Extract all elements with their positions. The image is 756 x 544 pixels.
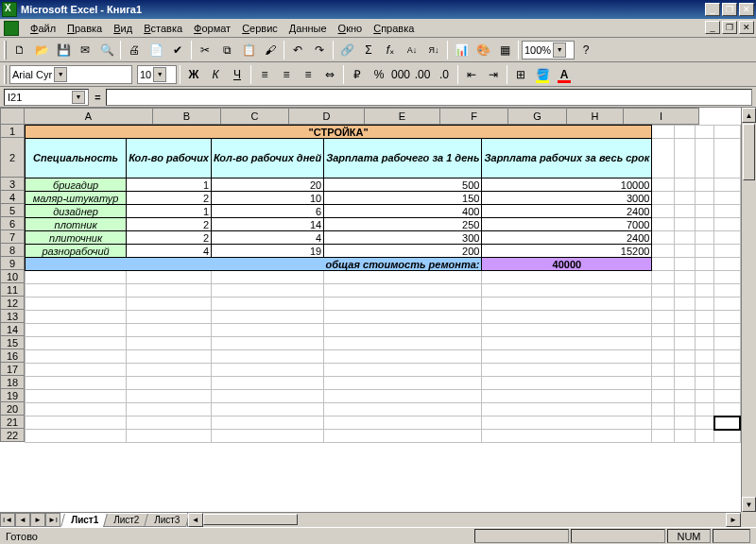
mail-icon[interactable]: ✉	[75, 40, 95, 60]
menu-сервис[interactable]: Сервис	[236, 21, 284, 36]
row-header-2[interactable]: 2	[0, 138, 25, 178]
spellcheck-icon[interactable]: ✔	[167, 40, 188, 60]
chevron-down-icon[interactable]: ▼	[553, 42, 566, 58]
data-cell[interactable]: 15200	[482, 245, 652, 258]
hyperlink-icon[interactable]: 🔗	[336, 40, 357, 60]
scroll-right-icon[interactable]: ►	[726, 513, 741, 527]
col-header-H[interactable]: H	[567, 108, 624, 125]
percent-icon[interactable]: %	[369, 64, 389, 85]
tab-last-icon[interactable]: ►I	[45, 513, 60, 527]
undo-icon[interactable]: ↶	[287, 40, 308, 60]
column-header[interactable]: Кол-во рабочих дней	[212, 139, 324, 178]
row-header-16[interactable]: 16	[0, 349, 25, 363]
restore-button[interactable]: ❐	[722, 3, 737, 16]
print-icon[interactable]: 🖨	[124, 40, 145, 60]
name-box[interactable]: I21▼	[4, 89, 89, 106]
row-header-20[interactable]: 20	[0, 402, 25, 416]
increase-decimal-icon[interactable]: .00	[412, 64, 433, 85]
decrease-decimal-icon[interactable]: .0	[434, 64, 455, 85]
minimize-button[interactable]: _	[705, 3, 720, 16]
chevron-down-icon[interactable]: ▼	[54, 67, 67, 82]
data-cell[interactable]: 2	[127, 218, 212, 231]
function-icon[interactable]: fₓ	[380, 40, 401, 60]
data-cell[interactable]: 3000	[482, 192, 652, 205]
data-cell[interactable]: 200	[324, 245, 482, 258]
col-header-G[interactable]: G	[508, 108, 567, 125]
col-header-F[interactable]: F	[440, 108, 508, 125]
font-combo[interactable]: Arial Cyr▼	[9, 65, 132, 84]
align-right-icon[interactable]: ≡	[298, 64, 318, 85]
decrease-indent-icon[interactable]: ⇤	[461, 64, 482, 85]
spec-cell[interactable]: маляр-штукатур	[26, 192, 127, 205]
scroll-down-icon[interactable]: ▼	[742, 497, 756, 512]
drawing-icon[interactable]: 🎨	[472, 40, 493, 60]
row-header-22[interactable]: 22	[0, 429, 25, 442]
data-cell[interactable]: 250	[324, 218, 482, 231]
underline-icon[interactable]: Ч	[227, 64, 248, 85]
row-header-10[interactable]: 10	[0, 270, 25, 283]
row-header-6[interactable]: 6	[0, 217, 25, 230]
data-cell[interactable]: 400	[324, 205, 482, 218]
preview-icon[interactable]: 📄	[146, 40, 166, 60]
scroll-up-icon[interactable]: ▲	[742, 108, 756, 123]
row-header-12[interactable]: 12	[0, 297, 25, 310]
toolbar-grip[interactable]	[4, 41, 7, 60]
row-header-15[interactable]: 15	[0, 336, 25, 349]
row-header-13[interactable]: 13	[0, 310, 25, 323]
data-cell[interactable]: 4	[212, 231, 324, 245]
increase-indent-icon[interactable]: ⇥	[483, 64, 504, 85]
column-header[interactable]: Зарплата рабочего за 1 день	[324, 139, 482, 178]
redo-icon[interactable]: ↷	[309, 40, 330, 60]
data-cell[interactable]: 2400	[482, 205, 652, 218]
row-header-3[interactable]: 3	[0, 178, 25, 191]
spec-cell[interactable]: плиточник	[26, 231, 127, 245]
doc-close-button[interactable]: ✕	[739, 21, 754, 34]
data-cell[interactable]: 300	[324, 231, 482, 245]
menu-окно[interactable]: Окно	[333, 21, 369, 36]
spec-cell[interactable]: бригадир	[26, 178, 127, 192]
sheet-tab[interactable]: Лист2	[103, 514, 149, 527]
zoom-combo[interactable]: 100%▼	[522, 41, 575, 60]
open-icon[interactable]: 📂	[31, 40, 52, 60]
col-header-B[interactable]: B	[153, 108, 221, 125]
formula-input[interactable]	[106, 89, 752, 106]
menu-справка[interactable]: Справка	[368, 21, 420, 36]
row-header-18[interactable]: 18	[0, 376, 25, 389]
doc-restore-button[interactable]: ❐	[722, 21, 737, 34]
data-cell[interactable]: 500	[324, 178, 482, 192]
fontsize-combo[interactable]: 10▼	[137, 65, 177, 84]
menu-файл[interactable]: Файл	[25, 21, 61, 36]
scroll-left-icon[interactable]: ◄	[188, 513, 203, 527]
cells-area[interactable]: "СТРОЙКА"СпециальностьКол-во рабочихКол-…	[25, 125, 741, 512]
menu-вид[interactable]: Вид	[108, 21, 138, 36]
row-header-11[interactable]: 11	[0, 283, 25, 297]
new-icon[interactable]: 🗋	[9, 40, 30, 60]
paste-icon[interactable]: 📋	[238, 40, 259, 60]
pivottable-icon[interactable]: ▦	[494, 40, 515, 60]
row-header-8[interactable]: 8	[0, 244, 25, 257]
tab-first-icon[interactable]: I◄	[0, 513, 15, 527]
row-header-4[interactable]: 4	[0, 191, 25, 204]
italic-icon[interactable]: К	[205, 64, 226, 85]
align-center-icon[interactable]: ≡	[276, 64, 297, 85]
column-header[interactable]: Кол-во рабочих	[127, 139, 212, 178]
toolbar-grip[interactable]	[4, 65, 7, 84]
col-header-I[interactable]: I	[624, 108, 699, 125]
row-header-1[interactable]: 1	[0, 125, 25, 138]
help-icon[interactable]: ?	[576, 40, 596, 60]
row-header-9[interactable]: 9	[0, 257, 25, 270]
data-cell[interactable]: 20	[212, 178, 324, 192]
menu-вставка[interactable]: Вставка	[138, 21, 188, 36]
chart-icon[interactable]: 📊	[451, 40, 472, 60]
data-cell[interactable]: 4	[127, 245, 212, 258]
spec-cell[interactable]: плотник	[26, 218, 127, 231]
doc-minimize-button[interactable]: _	[705, 21, 720, 34]
column-header[interactable]: Зарплата рабочих за весь срок	[482, 139, 652, 178]
chevron-down-icon[interactable]: ▼	[153, 67, 166, 82]
row-header-14[interactable]: 14	[0, 323, 25, 336]
font-color-icon[interactable]: A	[554, 64, 575, 85]
merge-center-icon[interactable]: ⇔	[319, 64, 340, 85]
spec-cell[interactable]: дизайнер	[26, 205, 127, 218]
select-all-corner[interactable]	[0, 108, 25, 125]
data-cell[interactable]: 150	[324, 192, 482, 205]
